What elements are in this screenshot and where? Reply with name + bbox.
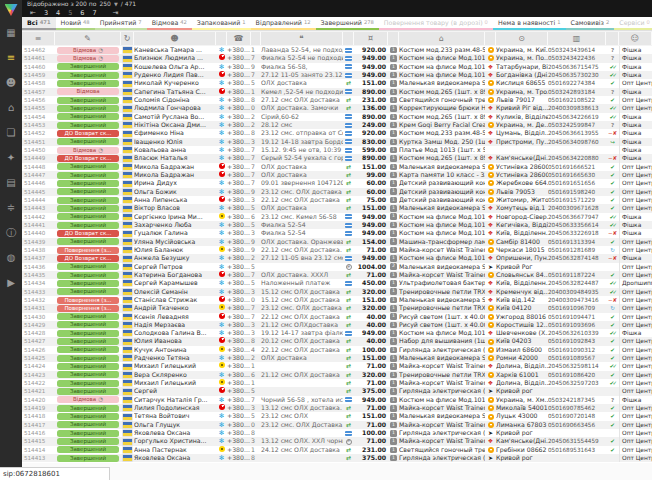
customer-phone[interactable]: +380... (227, 296, 251, 304)
tracking-number[interactable]: 20450634098760 (548, 138, 606, 146)
sidebar-item-reports[interactable]: ▤ (0, 170, 22, 195)
table-row[interactable]: 514418 Завершений Тетяна Войтович +380..… (22, 412, 652, 420)
table-row[interactable]: 514433 Завершений Олексій Семанін +380..… (22, 288, 652, 296)
customer-name[interactable]: Анжела Безушку (134, 254, 216, 262)
table-row[interactable]: 514453 Завершений Нікітіна Оксана Дми...… (22, 121, 652, 129)
sidebar-item-marketing[interactable]: ✦ (0, 145, 22, 170)
tracking-number[interactable]: 20450632824487 (548, 279, 606, 287)
column-header-spacer[interactable] (606, 32, 619, 45)
tracking-number[interactable]: 20450632598114 (548, 362, 606, 370)
tracking-number[interactable]: 20400309671628 (548, 204, 606, 212)
table-row[interactable]: 514423 Завершений Вера Скляренко +380...… (22, 371, 652, 379)
column-header-name[interactable]: ☻ (134, 32, 216, 45)
table-row[interactable]: 514436 Завершений Сергей Петров +380... … (22, 263, 652, 271)
customer-phone[interactable]: +380... (227, 238, 251, 246)
customer-name[interactable]: Солодкова Галина В... (134, 329, 216, 337)
table-row[interactable]: 514438 Повернення (з... Юлия Баланюк +38… (22, 246, 652, 254)
tracking-number[interactable]: 0501691665630 (548, 171, 606, 179)
customer-name[interactable]: Близнюк Людмила ... (134, 54, 216, 62)
customer-name[interactable]: Андрій Ткаченко (134, 304, 216, 312)
customer-name[interactable]: Руденко Лидия Пав... (134, 71, 216, 79)
customer-phone[interactable]: +380... (227, 104, 251, 112)
column-header-spacer[interactable] (485, 32, 496, 45)
table-row[interactable]: 514459 Завершений Руденко Лидия Пав... +… (22, 71, 652, 79)
tracking-number[interactable]: 0503243439614 (548, 46, 606, 54)
tracking-number[interactable] (548, 387, 606, 395)
customer-phone[interactable]: +380... (227, 188, 251, 196)
customer-phone[interactable]: +380... (227, 221, 251, 229)
status-tab[interactable]: Самовивіз 2 (566, 17, 615, 30)
tracking-number[interactable]: 20450632874148 (548, 254, 606, 262)
tracking-number[interactable]: 20400309838613 (548, 104, 606, 112)
customer-name[interactable]: Вера Скляренко (134, 371, 216, 379)
table-row[interactable]: 514427 Завершений Юлия Иванова +380... 8… (22, 337, 652, 345)
customer-phone[interactable]: +380... (227, 63, 251, 71)
tracking-number[interactable]: 20450633356614 (548, 221, 606, 229)
tracking-number[interactable]: 0501691093696 (548, 321, 606, 329)
tracking-number[interactable]: 20400309473416 (548, 296, 606, 304)
table-row[interactable]: 514421 Завершений Сергей +380... 5 ⇄ 375… (22, 387, 652, 395)
table-row[interactable]: 514457 Відмова Сапегина Татьяна С... +38… (22, 88, 652, 96)
sidebar-item-orders[interactable]: ≡ (0, 45, 22, 70)
status-tab[interactable]: Прийнятий 7 (95, 17, 147, 30)
customer-phone[interactable]: +380... (227, 254, 251, 262)
tracking-number[interactable]: 20450632597203 (548, 379, 606, 387)
customer-name[interactable]: Микола Бадражан (134, 163, 216, 171)
customer-phone[interactable]: +380... (227, 246, 251, 254)
status-tab[interactable]: Запакований 1 (192, 17, 251, 30)
customer-name[interactable]: Катерина Богданова (134, 271, 216, 279)
customer-phone[interactable]: +380... (227, 154, 251, 162)
tracking-number[interactable]: 20400309484935 (548, 288, 606, 296)
tracking-number[interactable] (548, 263, 606, 271)
customer-phone[interactable]: +380... (227, 271, 251, 279)
tracking-number[interactable]: 0501691094471 (548, 313, 606, 321)
column-header-spacer[interactable] (216, 32, 227, 45)
customer-name[interactable]: Каневська Тамара ... (134, 46, 216, 54)
customer-phone[interactable]: +380... (227, 354, 251, 362)
table-row[interactable]: 514451 Завершений Іващенко Юлія +380... … (22, 138, 652, 146)
tracking-number[interactable]: 20450633226918 (548, 229, 606, 237)
customer-name[interactable]: Соломія Сідоніна (134, 96, 216, 104)
column-header-id[interactable]: ≡ (22, 32, 55, 45)
tracking-number[interactable]: 20450632610339 (548, 329, 606, 337)
tracking-number[interactable]: 0501691571229 (548, 196, 606, 204)
customer-phone[interactable]: +380... (227, 196, 251, 204)
table-row[interactable]: 514444 Завершений Анна Липенська +380...… (22, 196, 652, 204)
tracking-number[interactable]: 0501691089567 (548, 354, 606, 362)
table-row[interactable]: 514449 ДО Возврат ск... Власюк Наталья +… (22, 154, 652, 162)
sidebar-item-customers[interactable]: ☻ (0, 70, 22, 95)
customer-name[interactable]: Іващенко Юлія (134, 138, 216, 146)
tracking-number[interactable] (548, 146, 606, 154)
customer-phone[interactable]: +380... (227, 129, 251, 137)
tracking-number[interactable]: 0501691666521 (548, 163, 606, 171)
table-row[interactable]: 514417 Завершений Ольга Глущук +380... 0… (22, 421, 652, 429)
table-row[interactable]: 514461 Відмова◔ Близнюк Людмила ... +380… (22, 54, 652, 62)
customer-name[interactable]: Юлия Иванова (134, 337, 216, 345)
customer-phone[interactable]: +380... (227, 229, 251, 237)
table-row[interactable]: 514439 Завершений Уляна Мусійовська +380… (22, 238, 652, 246)
tracking-number[interactable]: 0501692274384 (548, 79, 606, 87)
column-header-client[interactable]: ☺ (619, 32, 652, 45)
sidebar-item-settings[interactable]: ≑ (0, 195, 22, 220)
customer-name[interactable]: Ольга Глущук (134, 421, 216, 429)
tracking-number[interactable]: 20450636613955 (548, 129, 606, 137)
column-header-comment[interactable]: ❝ (261, 32, 343, 45)
table-row[interactable]: 514445 Завершений Ольга Божик +380... 9 … (22, 188, 652, 196)
tracking-number[interactable]: 0501691096709 (548, 304, 606, 312)
table-row[interactable]: 514442 Завершений Сергієнко Ірина Ми... … (22, 213, 652, 221)
status-tab[interactable]: Новий 48 (56, 17, 95, 30)
table-row[interactable]: 514435 Завершений Катерина Богданова +38… (22, 271, 652, 279)
tracking-number[interactable]: 20450636677947 (548, 213, 606, 221)
page-number-3[interactable]: 3 (44, 9, 48, 17)
customer-name[interactable]: Лилия Подолинская (134, 404, 216, 412)
customer-name[interactable]: Радченко Тетяна (134, 354, 216, 362)
status-tab[interactable]: Відправлений 12 (251, 17, 316, 30)
column-header-spacer[interactable] (251, 32, 261, 45)
status-tab[interactable]: Нема в наявності 1 (493, 17, 566, 30)
table-row[interactable]: 514419 Завершений Лилия Подолинская +380… (22, 404, 652, 412)
table-row[interactable]: 514460 Завершений Кошелева Ольга Ар... +… (22, 63, 652, 71)
page-number-6[interactable]: 6 (80, 9, 84, 17)
customer-name[interactable]: Горгулько Христина... (134, 437, 216, 445)
customer-name[interactable]: Ксенія Левадняя (134, 313, 216, 321)
status-tab[interactable]: Сервіси 0 (614, 17, 652, 30)
